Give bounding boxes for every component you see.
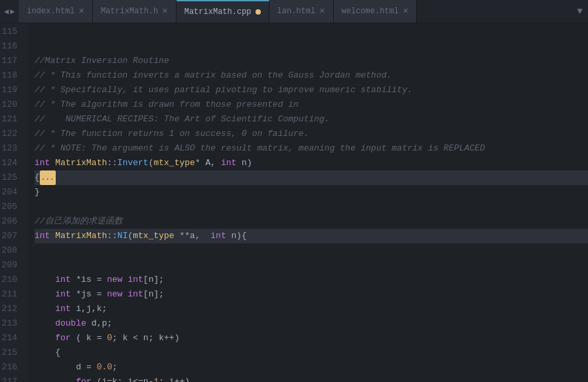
code-content[interactable]: //Matrix Inversion Routine// * This func… [28,23,588,382]
token-kw: for [55,333,70,343]
token-pl: d = [35,362,97,372]
tab-overflow-button[interactable]: ▼ [572,6,588,17]
token-kw: int [55,275,70,285]
line-number: 217 [0,375,21,382]
code-line: int *js = new int[n]; [35,287,588,302]
line-number: 120 [0,97,21,112]
token-kw: new [107,275,122,285]
token-pl: { [35,172,40,182]
token-pl: *is = [71,275,108,285]
token-pl: { [35,348,60,357]
token-kw: int [35,158,50,168]
code-line: double d,p; [35,316,588,331]
tab-welcome-html[interactable]: welcome.html× [334,0,417,23]
token-pl: :: [107,158,117,168]
token-cm: //Matrix Inversion Routine [35,56,169,66]
tab-close-button[interactable]: × [78,6,84,17]
token-pl [35,377,76,382]
token-pl [35,318,55,328]
token-pl: [n]; [143,289,164,299]
line-number: 123 [0,141,21,156]
token-pl [35,333,55,343]
token-kw: int [221,158,236,168]
tab-matrixmath-cpp[interactable]: MatrixMath.cpp [177,0,269,23]
tab-label: lan.html [277,7,316,16]
code-line: } [35,185,588,200]
tab-label: index.html [27,7,74,16]
token-pl [35,289,55,299]
code-line [35,39,588,54]
token-pl: ; k < n; k++) [112,333,179,343]
modified-indicator [256,9,261,15]
tab-close-button[interactable]: × [162,6,167,17]
tab-close-button[interactable]: × [403,6,408,17]
right-arrow-icon[interactable]: ▶ [10,7,15,17]
tab-bar: ◀ ▶ index.html×MatrixMath.h×MatrixMath.c… [0,0,588,23]
token-pl: ( k = [71,333,108,343]
line-number: 213 [0,316,21,331]
token-tp: MatrixMath [55,231,107,241]
tab-label: MatrixMath.h [101,7,158,16]
line-number: 210 [0,273,21,287]
token-pl: d,p; [86,318,112,328]
line-number: 119 [0,83,21,97]
code-line: // * Specifically, it uses partial pivot… [35,83,588,97]
line-number: 206 [0,214,21,229]
token-pl: } [35,187,40,197]
token-kw: int [210,231,226,241]
line-number: 216 [0,360,21,375]
tab-matrixmath-h[interactable]: MatrixMath.h× [93,0,177,23]
code-line: // * The function returns 1 on success, … [35,127,588,141]
token-pl: (i=k; i<=n- [92,377,154,382]
token-cm: // * This function inverts a matrix base… [35,70,392,80]
line-number: 121 [0,112,21,127]
tab-label: welcome.html [342,7,399,16]
token-kw: int [55,289,70,299]
tab-scroll-arrows[interactable]: ◀ ▶ [0,7,19,17]
token-pl: i,j,k; [71,304,108,314]
token-pl: :: [107,231,117,241]
line-number: 116 [0,39,21,54]
code-line: // NUMERICAL RECIPES: The Art of Scienti… [35,112,588,127]
code-line: int MatrixMath::NI(mtx_type **a, int n){ [35,229,588,243]
line-number: 122 [0,127,21,141]
token-pl: **a, [175,231,211,241]
token-fn: Invert [117,158,149,168]
code-line: // * NOTE: The argument is ALSO the resu… [35,141,588,156]
line-number: 215 [0,346,21,360]
tab-index-html[interactable]: index.html× [19,0,92,23]
line-number: 212 [0,302,21,316]
token-cm: // * The function returns 1 on success, … [35,129,309,139]
token-tp: mtx_type [153,158,194,168]
collapsed-indicator[interactable]: ... [40,170,56,185]
token-cm: // * The algorithm is drawn from those p… [35,99,299,109]
code-line: d = 0.0; [35,360,588,375]
line-number: 209 [0,258,21,273]
token-kw: int [127,275,143,285]
token-nm: 0.0 [97,362,112,372]
code-line: //Matrix Inversion Routine [35,54,588,68]
code-line: { [35,346,588,360]
code-line: int MatrixMath::Invert(mtx_type* A, int … [35,156,588,170]
line-number: 125 [0,170,21,185]
token-pl [35,304,55,314]
token-kw: double [55,318,86,328]
token-fn: NI [117,231,128,241]
code-line: for (i=k; i<=n-1; i++) [35,375,588,382]
tab-label: MatrixMath.cpp [184,7,252,17]
token-pl: n) [236,158,252,168]
left-arrow-icon[interactable]: ◀ [4,7,9,17]
code-line [35,25,588,39]
tab-close-button[interactable]: × [319,6,325,17]
code-line: //自己添加的求逆函数 [35,214,588,229]
token-cm: // * NOTE: The argument is ALSO the resu… [35,143,485,153]
token-tp: MatrixMath [55,158,107,168]
line-number: 211 [0,287,21,302]
token-nm: 0 [107,333,112,343]
code-line [35,258,588,273]
code-line [35,243,588,258]
tab-lan-html[interactable]: lan.html× [269,0,334,23]
code-line: // * This function inverts a matrix base… [35,68,588,83]
token-cm: // * Specifically, it uses partial pivot… [35,85,413,95]
token-tp: mtx_type [133,231,174,241]
